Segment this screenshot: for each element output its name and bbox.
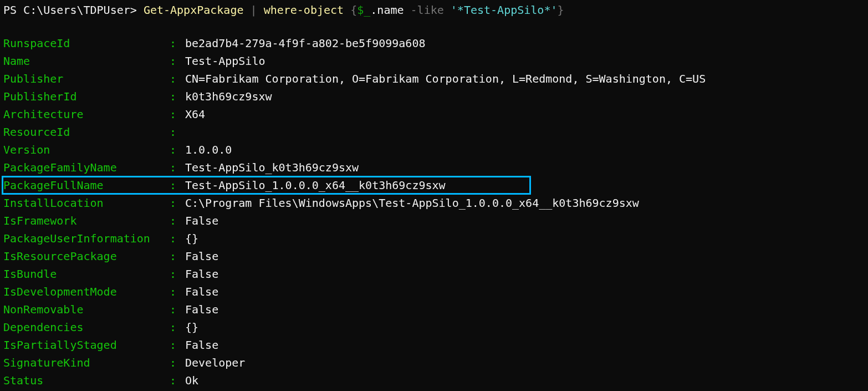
output-row: PublisherId:k0t3h69cz9sxw (3, 88, 865, 105)
property-name: RunspaceId (3, 34, 170, 52)
property-value: X64 (185, 105, 205, 123)
property-name: PackageFamilyName (3, 159, 170, 176)
property-value: C:\Program Files\WindowsApps\Test-AppSil… (185, 194, 639, 212)
property-separator: : (170, 230, 185, 247)
property-separator: : (170, 176, 185, 194)
property-value: k0t3h69cz9sxw (185, 88, 272, 105)
property-separator: : (170, 105, 185, 123)
cmdlet-whereobject: where-object (264, 3, 344, 17)
output-row: Publisher:CN=Fabrikam Corporation, O=Fab… (3, 70, 865, 88)
property-name: InstallLocation (3, 194, 170, 212)
property-value: {} (185, 318, 198, 336)
property-name: Publisher (3, 70, 170, 88)
property-name: PackageFullName (3, 176, 170, 194)
output-row: IsPartiallyStaged:False (3, 336, 865, 354)
command-prompt-line[interactable]: PS C:\Users\TDPUser> Get-AppxPackage | w… (3, 1, 865, 19)
property-name: Architecture (3, 105, 170, 123)
output-row: Status:Ok (3, 372, 865, 389)
output-row: IsResourcePackage:False (3, 247, 865, 265)
output-row: IsFramework:False (3, 212, 865, 230)
property-name: Name (3, 52, 170, 70)
property-separator: : (170, 34, 185, 52)
property-name: ResourceId (3, 123, 170, 141)
property-separator: : (170, 318, 185, 336)
property-name: Dependencies (3, 318, 170, 336)
property-separator: : (170, 212, 185, 230)
property-value: CN=Fabrikam Corporation, O=Fabrikam Corp… (185, 70, 706, 88)
property-value: Developer (185, 354, 245, 372)
property-value: {} (185, 230, 198, 247)
property-value: False (185, 212, 218, 230)
output-row: ResourceId: (3, 123, 865, 141)
output-row: RunspaceId:be2ad7b4-279a-4f9f-a802-be5f9… (3, 34, 865, 52)
output-row: InstallLocation:C:\Program Files\Windows… (3, 194, 865, 212)
property-separator: : (170, 52, 185, 70)
property-value: 1.0.0.0 (185, 141, 232, 159)
property-separator: : (170, 247, 185, 265)
property-name: Status (3, 372, 170, 389)
property-name: IsFramework (3, 212, 170, 230)
property-separator: : (170, 194, 185, 212)
output-row: Dependencies:{} (3, 318, 865, 336)
output-row: SignatureKind:Developer (3, 354, 865, 372)
property-name: IsDevelopmentMode (3, 283, 170, 301)
property-separator: : (170, 336, 185, 354)
output-results: RunspaceId:be2ad7b4-279a-4f9f-a802-be5f9… (3, 34, 865, 389)
property-name: IsPartiallyStaged (3, 336, 170, 354)
output-row: IsDevelopmentMode:False (3, 283, 865, 301)
property-separator: : (170, 265, 185, 283)
property-separator: : (170, 159, 185, 176)
property-name: PackageUserInformation (3, 230, 170, 247)
brace-open: { (344, 3, 357, 17)
property-value: False (185, 301, 218, 318)
operator-like: -like (404, 3, 451, 17)
property-value: be2ad7b4-279a-4f9f-a802-be5f9099a608 (185, 34, 425, 52)
property-name: PublisherId (3, 88, 170, 105)
cmdlet-getappxpackage: Get-AppxPackage (144, 3, 244, 17)
output-row: NonRemovable:False (3, 301, 865, 318)
output-row: PackageFamilyName:Test-AppSilo_k0t3h69cz… (3, 159, 865, 176)
automatic-var-dollar-under: $_ (357, 3, 370, 17)
filter-string: '*Test-AppSilo*' (451, 3, 558, 17)
prompt-prefix: PS C:\Users\TDPUser> (3, 3, 144, 17)
property-separator: : (170, 372, 185, 389)
property-value: Test-AppSilo (185, 52, 265, 70)
property-separator: : (170, 283, 185, 301)
output-row: Architecture:X64 (3, 105, 865, 123)
output-row: Name:Test-AppSilo (3, 52, 865, 70)
output-row: PackageUserInformation:{} (3, 230, 865, 247)
property-value: False (185, 336, 218, 354)
property-name: IsBundle (3, 265, 170, 283)
property-name: IsResourcePackage (3, 247, 170, 265)
property-separator: : (170, 301, 185, 318)
property-value: Test-AppSilo_k0t3h69cz9sxw (185, 159, 359, 176)
output-row: PackageFullName:Test-AppSilo_1.0.0.0_x64… (3, 176, 865, 194)
member-access-name: .name (370, 3, 404, 17)
property-separator: : (170, 70, 185, 88)
property-value: False (185, 265, 218, 283)
property-separator: : (170, 141, 185, 159)
output-row: Version:1.0.0.0 (3, 141, 865, 159)
property-separator: : (170, 88, 185, 105)
property-name: Version (3, 141, 170, 159)
output-row: IsBundle:False (3, 265, 865, 283)
property-separator: : (170, 354, 185, 372)
property-separator: : (170, 123, 185, 141)
property-name: NonRemovable (3, 301, 170, 318)
property-value: False (185, 283, 218, 301)
property-value: False (185, 247, 218, 265)
property-value: Test-AppSilo_1.0.0.0_x64__k0t3h69cz9sxw (185, 176, 446, 194)
property-value: Ok (185, 372, 198, 389)
pipe-operator: | (244, 3, 264, 17)
property-name: SignatureKind (3, 354, 170, 372)
brace-close: } (557, 3, 564, 17)
